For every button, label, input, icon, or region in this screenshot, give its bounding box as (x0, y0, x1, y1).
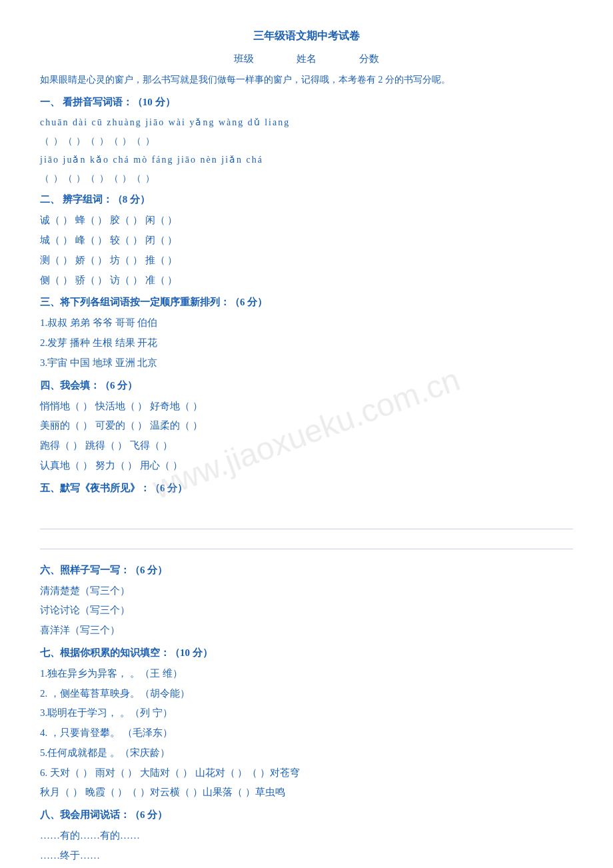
section3-line1: 1.叔叔 弟弟 爷爷 哥哥 伯伯 (40, 314, 573, 333)
info-row: 班级 姓名 分数 (40, 50, 573, 68)
section4-line2: 美丽的（ ） 可爱的（ ） 温柔的（ ） (40, 417, 573, 435)
section6-line1: 清清楚楚（写三个） (40, 582, 573, 601)
section6-line2: 讨论讨论（写三个） (40, 601, 573, 620)
section7-line6: 6. 天对（ ） 雨对（ ） 大陆对（ ） 山花对（ ）（ ）对苍穹 (40, 764, 573, 783)
section6-line3: 喜洋洋（写三个） (40, 621, 573, 640)
section1-line4: （ ）（ ）（ ）（ ）（ ） (40, 170, 573, 187)
section1-line3: jiāo juǎn kǎo chá mò fáng jiāo nèn jiǎn … (40, 151, 573, 168)
section7-line2: 2. ，侧坐莓苔草映身。（胡令能） (40, 685, 573, 703)
section2-line1: 诚（ ） 蜂（ ） 胶（ ） 闲（ ） (40, 211, 573, 230)
section2-line3: 测（ ） 娇（ ） 坊（ ） 推（ ） (40, 251, 573, 270)
section4-line3: 跑得（ ） 跳得（ ） 飞得（ ） (40, 437, 573, 455)
section1-line2: （ ）（ ）（ ）（ ）（ ） (40, 133, 573, 149)
section2-title: 二、 辨字组词：（8 分） (40, 191, 573, 209)
section3-line2: 2.发芽 播种 生根 结果 开花 (40, 334, 573, 353)
section5-title: 五、默写《夜书所见》：（6 分） (40, 479, 573, 497)
section4-line4: 认真地（ ） 努力（ ） 用心（ ） (40, 457, 573, 475)
section8-title: 八、我会用词说话：（6 分） (40, 806, 573, 824)
section3-title: 三、将下列各组词语按一定顺序重新排列：（6 分） (40, 293, 573, 311)
section2-line4: 侧（ ） 骄（ ） 访（ ） 准（ ） (40, 271, 573, 290)
section5-empty (40, 509, 573, 549)
section7-title: 七、根据你积累的知识填空：（10 分） (40, 644, 573, 662)
section7-line3: 3.聪明在于学习， 。（列 宁） (40, 704, 573, 723)
class-label: 班级 (234, 50, 254, 68)
section8-line2: ……终于…… (40, 847, 573, 865)
score-label: 分数 (359, 50, 379, 68)
section1-title: 一、 看拼音写词语：（10 分） (40, 93, 573, 111)
section7-line4: 4. ，只要肯登攀。 （毛泽东） (40, 724, 573, 743)
section7-line1: 1.独在异乡为异客， 。（王 维） (40, 665, 573, 683)
section1-line1: chuān dài cū zhuàng jiāo wài yǎng wàng d… (40, 114, 573, 131)
section3-line3: 3.宇宙 中国 地球 亚洲 北京 (40, 354, 573, 373)
section7-line5: 5.任何成就都是 。（宋庆龄） (40, 744, 573, 763)
section4-line1: 悄悄地（ ） 快活地（ ） 好奇地（ ） (40, 397, 573, 416)
name-label: 姓名 (297, 50, 316, 68)
section6-title: 六、照样子写一写：（6 分） (40, 561, 573, 579)
section7-line7: 秋月（ ） 晚霞（ ）（ ）对云横（ ）山果落（ ）草虫鸣 (40, 783, 573, 802)
intro-text: 如果眼睛是心灵的窗户，那么书写就是我们做每一样事的窗户，记得哦，本考卷有 2 分… (40, 72, 573, 88)
section4-title: 四、我会填：（6 分） (40, 377, 573, 395)
section2-line2: 城（ ） 峰（ ） 较（ ） 闭（ ） (40, 231, 573, 250)
page-title: 三年级语文期中考试卷 (40, 27, 573, 46)
section8-line1: ……有的……有的…… (40, 827, 573, 845)
